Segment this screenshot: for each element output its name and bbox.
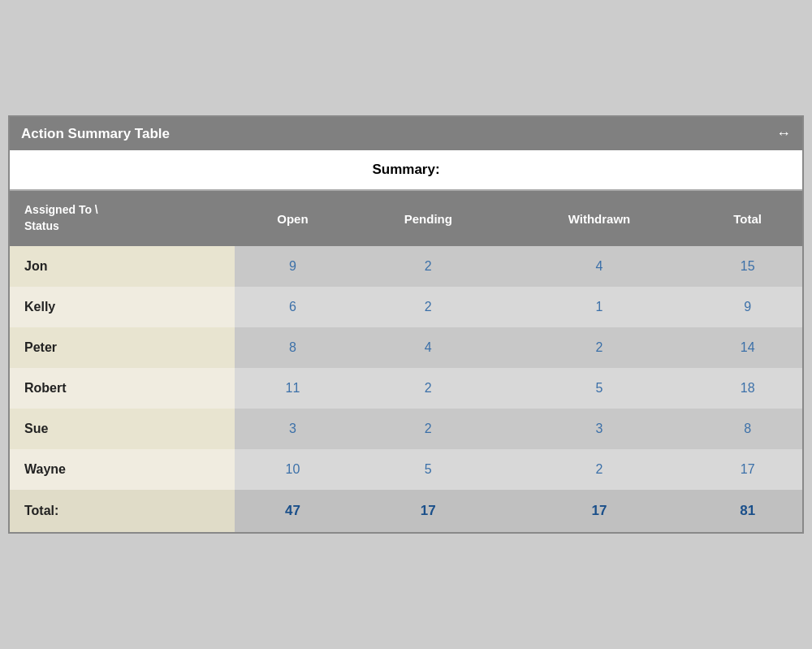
summary-title: Summary: — [10, 150, 802, 191]
cell-pending: 17 — [351, 490, 506, 532]
cell-pending: 5 — [351, 449, 506, 490]
cell-open: 8 — [235, 327, 351, 368]
cell-pending: 4 — [351, 327, 506, 368]
col-total: Total — [693, 191, 802, 245]
cell-pending: 2 — [351, 368, 506, 409]
expand-icon[interactable]: ↔ — [776, 125, 791, 142]
summary-table: Assigned To \Status Open Pending Withdra… — [10, 191, 802, 531]
cell-open: 3 — [235, 409, 351, 449]
table-row: Robert112518 — [10, 368, 802, 409]
table-row: Kelly6219 — [10, 287, 802, 327]
cell-pending: 2 — [351, 409, 506, 449]
table-row: Wayne105217 — [10, 449, 802, 490]
cell-name: Robert — [10, 368, 235, 409]
cell-total: 8 — [693, 409, 802, 449]
cell-name: Jon — [10, 246, 235, 287]
cell-name: Sue — [10, 409, 235, 449]
table-row: Sue3238 — [10, 409, 802, 449]
col-open: Open — [235, 191, 351, 245]
table-row: Jon92415 — [10, 246, 802, 287]
col-pending: Pending — [351, 191, 506, 245]
cell-open: 6 — [235, 287, 351, 327]
cell-open: 9 — [235, 246, 351, 287]
cell-pending: 2 — [351, 246, 506, 287]
col-assigned-to: Assigned To \Status — [10, 191, 235, 245]
cell-withdrawn: 5 — [506, 368, 693, 409]
table-header-row: Assigned To \Status Open Pending Withdra… — [10, 191, 802, 245]
cell-name: Kelly — [10, 287, 235, 327]
cell-open: 47 — [235, 490, 351, 532]
cell-total: 18 — [693, 368, 802, 409]
cell-withdrawn: 4 — [506, 246, 693, 287]
cell-total: 9 — [693, 287, 802, 327]
table-row: Total:47171781 — [10, 490, 802, 532]
cell-name: Peter — [10, 327, 235, 368]
action-summary-widget: Action Summary Table ↔ Summary: Assigned… — [8, 115, 804, 533]
widget-header: Action Summary Table ↔ — [10, 117, 802, 150]
cell-name: Wayne — [10, 449, 235, 490]
cell-total: 14 — [693, 327, 802, 368]
cell-pending: 2 — [351, 287, 506, 327]
cell-withdrawn: 1 — [506, 287, 693, 327]
cell-name: Total: — [10, 490, 235, 532]
table-row: Peter84214 — [10, 327, 802, 368]
cell-withdrawn: 3 — [506, 409, 693, 449]
cell-total: 81 — [693, 490, 802, 532]
cell-open: 11 — [235, 368, 351, 409]
col-withdrawn: Withdrawn — [506, 191, 693, 245]
cell-total: 15 — [693, 246, 802, 287]
cell-withdrawn: 17 — [506, 490, 693, 532]
cell-withdrawn: 2 — [506, 327, 693, 368]
cell-open: 10 — [235, 449, 351, 490]
cell-withdrawn: 2 — [506, 449, 693, 490]
widget-title: Action Summary Table — [21, 126, 170, 142]
cell-total: 17 — [693, 449, 802, 490]
